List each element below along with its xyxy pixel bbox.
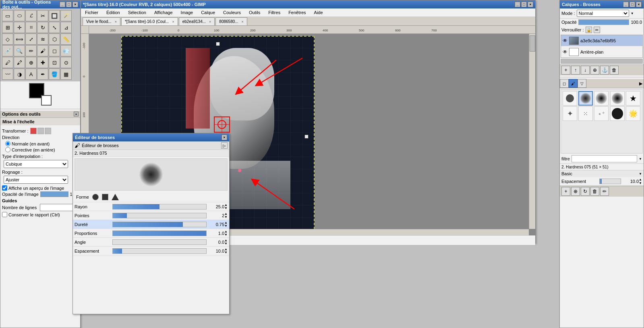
raise-layer-btn[interactable]: ↑ bbox=[571, 66, 580, 75]
brush-tab-1[interactable]: ◻ bbox=[560, 79, 569, 88]
brush-preview-1[interactable] bbox=[563, 91, 577, 106]
tool-airbrush[interactable]: 💨 bbox=[60, 45, 72, 56]
brush-preview-10[interactable]: 🌟 bbox=[626, 106, 640, 121]
layers-minimize-btn[interactable]: _ bbox=[623, 2, 629, 7]
menu-affichage[interactable]: Affichage bbox=[152, 9, 175, 16]
tool-scissors[interactable]: ✂ bbox=[37, 10, 48, 21]
tool-scale[interactable]: ⤡ bbox=[49, 22, 60, 33]
tool-fill[interactable]: 🪣 bbox=[49, 69, 60, 80]
tool-cage[interactable]: ⬡ bbox=[49, 33, 60, 45]
tool-rect-select[interactable]: ▭ bbox=[2, 10, 13, 21]
tool-crop[interactable]: ⌗ bbox=[25, 22, 37, 33]
tool-heal[interactable]: ✚ bbox=[37, 57, 48, 68]
brush-editor-close-btn[interactable]: × bbox=[222, 135, 227, 140]
brush-tab-2[interactable]: 🖌 bbox=[569, 79, 578, 88]
layer-row-1[interactable]: 👁 a3e9c3da7e6bf95 bbox=[561, 35, 642, 46]
tool-fuzzy[interactable]: 🪄 bbox=[60, 10, 72, 21]
pointes-slider[interactable] bbox=[112, 213, 207, 218]
tab-vive-close[interactable]: × bbox=[115, 20, 117, 24]
brush-preview-9[interactable] bbox=[610, 106, 625, 121]
apercu-row[interactable]: Affiche un aperçu de l'image bbox=[2, 185, 79, 191]
corrective-option[interactable]: Corrective (en arrière) bbox=[2, 147, 79, 153]
brush-edit-btn[interactable]: ✏ bbox=[600, 187, 609, 196]
transform-icon-2[interactable] bbox=[37, 128, 44, 134]
tool-ellipse-select[interactable]: ⬭ bbox=[14, 10, 25, 21]
toolbox-close-btn[interactable]: × bbox=[72, 2, 78, 7]
tool-pencil[interactable]: ✏ bbox=[25, 45, 37, 56]
filter-input[interactable] bbox=[572, 155, 637, 162]
eye-2[interactable]: 👁 bbox=[563, 49, 567, 55]
shape-square[interactable] bbox=[102, 194, 108, 200]
tool-warp[interactable]: ≋ bbox=[37, 33, 48, 45]
eye-1[interactable]: 👁 bbox=[563, 38, 567, 44]
brush-new-btn[interactable]: + bbox=[561, 187, 570, 196]
brush-header-expand[interactable]: ▷ bbox=[221, 142, 228, 149]
anchor-layer-btn[interactable]: ⚓ bbox=[600, 66, 609, 75]
pointes-down[interactable]: ▼ bbox=[224, 216, 228, 219]
brush-preview-8[interactable]: ⋆⁺ bbox=[594, 106, 609, 121]
tool-zoom[interactable]: 🔍 bbox=[14, 45, 25, 56]
tool-transform[interactable]: ⤢ bbox=[25, 33, 37, 45]
lower-layer-btn[interactable]: ↓ bbox=[581, 66, 590, 75]
tab-sans-titre[interactable]: *[Sans titre]-16.0 (Coul... × bbox=[121, 17, 178, 25]
transform-icon-3[interactable] bbox=[45, 128, 51, 134]
brush-preview-7[interactable]: ⁙ bbox=[578, 106, 593, 121]
layers-esp-up[interactable]: ▲ bbox=[639, 178, 642, 181]
shape-circle[interactable] bbox=[92, 194, 99, 200]
corrective-radio[interactable] bbox=[5, 147, 10, 152]
espacement-slider[interactable] bbox=[112, 248, 207, 254]
scrollbar-v[interactable] bbox=[529, 34, 535, 229]
durete-down[interactable]: ▼ bbox=[224, 224, 228, 228]
tool-flip[interactable]: ⟺ bbox=[14, 33, 25, 45]
menu-fenetres[interactable]: Fenêtres bbox=[286, 9, 308, 16]
brush-preview-4[interactable] bbox=[610, 91, 625, 106]
tool-smudge[interactable]: 〰 bbox=[2, 69, 13, 80]
conserve-row[interactable]: Conserver le rapport (Ctrl) bbox=[2, 212, 79, 217]
normale-option[interactable]: Normale (en avant) bbox=[2, 141, 79, 147]
tool-clone[interactable]: ⊕ bbox=[25, 57, 37, 68]
brush-preview-3[interactable] bbox=[594, 91, 609, 106]
new-layer-btn[interactable]: + bbox=[561, 66, 570, 75]
apercu-checkbox[interactable] bbox=[2, 185, 7, 191]
tab-80865-close[interactable]: × bbox=[242, 20, 244, 24]
menu-aide[interactable]: Aide bbox=[312, 9, 325, 16]
rayon-down[interactable]: ▼ bbox=[224, 207, 228, 210]
layers-esp-down[interactable]: ▼ bbox=[639, 181, 642, 185]
tool-measure[interactable]: 📏 bbox=[60, 33, 72, 45]
opacite-slider[interactable] bbox=[40, 191, 68, 197]
layers-espacement-slider[interactable] bbox=[599, 179, 621, 184]
brush-preview-selected[interactable] bbox=[578, 91, 593, 106]
tool-ink[interactable]: 🖊 bbox=[2, 57, 13, 68]
interpolation-select[interactable]: Cubique bbox=[4, 160, 68, 168]
tool-move[interactable]: ✛ bbox=[14, 22, 25, 33]
proportions-slider[interactable] bbox=[112, 230, 207, 236]
tool-shear[interactable]: ⊿ bbox=[60, 22, 72, 33]
conserve-checkbox[interactable] bbox=[2, 212, 7, 217]
lock-draw-btn[interactable]: ✏ bbox=[594, 27, 600, 33]
brush-duplicate-btn[interactable]: ⊕ bbox=[571, 187, 580, 196]
durete-slider[interactable] bbox=[112, 222, 207, 227]
normale-radio[interactable] bbox=[5, 141, 10, 146]
brush-header-btn[interactable]: ▷ bbox=[221, 142, 228, 149]
layers-scroll-thumb[interactable] bbox=[561, 59, 642, 63]
angle-slider[interactable] bbox=[112, 239, 207, 245]
gimp-maximize-btn[interactable]: □ bbox=[521, 2, 527, 7]
menu-selection[interactable]: Sélection bbox=[126, 9, 149, 16]
rognage-select[interactable]: Ajuster bbox=[4, 176, 68, 184]
angle-down[interactable]: ▼ bbox=[224, 242, 228, 245]
tool-text[interactable]: A bbox=[25, 69, 37, 80]
tool-dodge[interactable]: ◑ bbox=[14, 69, 25, 80]
menu-image[interactable]: Image bbox=[178, 9, 196, 16]
tool-color-picker[interactable]: 💉 bbox=[2, 45, 13, 56]
bg-color-swatch[interactable] bbox=[41, 95, 52, 106]
tool-gradient[interactable]: ▦ bbox=[60, 69, 72, 80]
tool-paintbrush[interactable]: 🖌 bbox=[37, 45, 48, 56]
rayon-slider[interactable] bbox=[112, 204, 207, 210]
tool-align[interactable]: ⊞ bbox=[2, 22, 13, 33]
tab-vive[interactable]: Vive le flood... × bbox=[83, 17, 120, 25]
layers-close-btn[interactable]: × bbox=[636, 2, 642, 7]
tool-lasso[interactable]: 𝓛 bbox=[25, 10, 37, 21]
tool-perspective[interactable]: ◇ bbox=[2, 33, 13, 45]
tool-rotate[interactable]: ↻ bbox=[37, 22, 48, 33]
gimp-close-btn[interactable]: × bbox=[528, 2, 533, 7]
